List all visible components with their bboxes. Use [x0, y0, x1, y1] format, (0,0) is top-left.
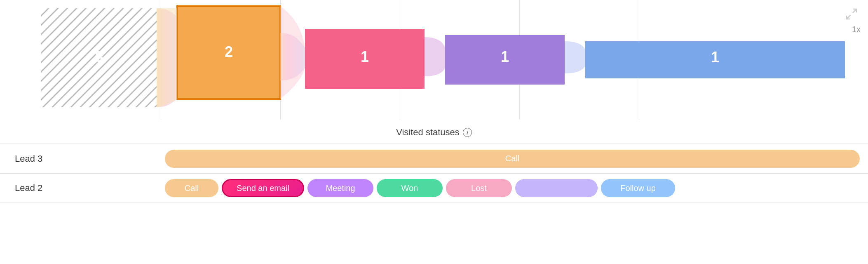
row-label-lead2: Lead 2 — [0, 183, 165, 193]
pill-followup-lead2[interactable]: Follow up — [601, 179, 675, 197]
flow-blend-left — [157, 8, 177, 107]
visited-statuses-row: Visited statuses i — [0, 120, 868, 144]
seg4-label: 1 — [711, 49, 719, 66]
table-area: Visited statuses i Lead 3 Call Lead 2 Ca… — [0, 120, 868, 264]
main-container: 5 2 1 1 1 — [0, 0, 868, 264]
seg3-label: 1 — [501, 48, 509, 65]
expand-icon[interactable] — [845, 7, 858, 21]
taper-mid3 — [565, 41, 585, 73]
visited-statuses-label: Visited statuses — [396, 127, 460, 138]
seg1-label: 2 — [225, 43, 233, 60]
flow-blend-right — [280, 6, 305, 99]
pill-call-wide[interactable]: Call — [165, 150, 860, 168]
table-row-lead2: Lead 2 Call Send an email Meeting Won Lo… — [0, 173, 868, 203]
funnel-area: 5 2 1 1 1 — [0, 0, 868, 120]
seg2-label: 1 — [361, 48, 369, 65]
table-rows: Lead 3 Call Lead 2 Call Send an email Me… — [0, 144, 868, 203]
svg-line-2 — [847, 15, 850, 19]
pill-empty-lead2[interactable] — [515, 179, 598, 197]
funnel-svg: 5 2 1 1 1 — [0, 0, 868, 120]
pill-email-lead2[interactable]: Send an email — [222, 179, 304, 197]
taper-mid2 — [425, 37, 445, 76]
one-x-label: 1x — [852, 25, 861, 34]
row-content-lead2: Call Send an email Meeting Won Lost Foll… — [165, 179, 868, 197]
pill-won-lead2[interactable]: Won — [377, 179, 443, 197]
table-row-lead3: Lead 3 Call — [0, 144, 868, 173]
info-icon[interactable]: i — [463, 128, 472, 137]
seg0-label: 5 — [95, 48, 103, 65]
row-label-lead3: Lead 3 — [0, 153, 165, 164]
pill-call-lead2[interactable]: Call — [165, 179, 218, 197]
pill-meeting-lead2[interactable]: Meeting — [307, 179, 373, 197]
svg-line-1 — [853, 9, 856, 13]
pill-lost-lead2[interactable]: Lost — [446, 179, 512, 197]
row-content-lead3: Call — [165, 150, 868, 168]
